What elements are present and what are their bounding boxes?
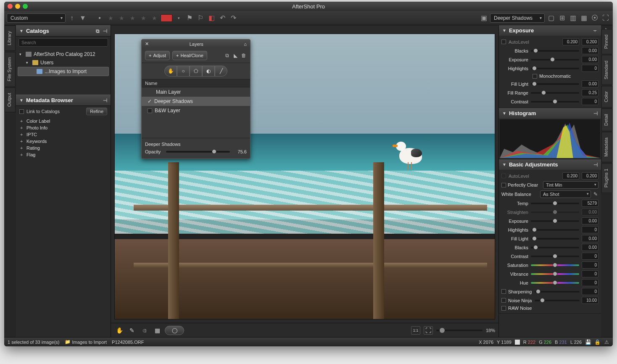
noise-val[interactable]: 10.00 bbox=[582, 297, 599, 304]
exposure-blacks-value[interactable]: 0.00 bbox=[582, 47, 599, 54]
status-save-icon[interactable]: 💾 bbox=[585, 339, 591, 345]
close-icon[interactable]: ✕ bbox=[145, 41, 149, 47]
heal-clone-button[interactable]: +Heal/Clone bbox=[172, 51, 207, 60]
grid-view-icon[interactable]: ⊞ bbox=[557, 13, 567, 23]
flag-pick-icon[interactable]: ⚑ bbox=[185, 13, 194, 23]
sharpening-checkbox[interactable] bbox=[501, 289, 506, 294]
exposure-highlights-slider[interactable] bbox=[531, 68, 579, 69]
metadata-header[interactable]: ▼ Metadata Browser ⊣ bbox=[16, 95, 111, 106]
catalog-images-folder[interactable]: ...Images to Import bbox=[18, 67, 109, 76]
crop-icon[interactable]: ⟃ bbox=[140, 326, 150, 335]
wb-select[interactable]: As Shot bbox=[540, 190, 591, 198]
basic-saturation-slider[interactable] bbox=[531, 264, 579, 266]
copy-icon[interactable]: ⧉ bbox=[95, 28, 100, 34]
meta-rating[interactable]: +Rating bbox=[16, 145, 111, 151]
opacity-slider[interactable] bbox=[166, 151, 230, 153]
basic-vibrance-slider[interactable] bbox=[531, 273, 579, 275]
exposure-fill range-value[interactable]: 0.25 bbox=[582, 89, 599, 96]
tab-plugins[interactable]: Plugins 1 bbox=[601, 163, 612, 193]
layers-trash-icon[interactable]: 🗑 bbox=[241, 53, 247, 58]
curve-tool-icon[interactable]: ◐ bbox=[202, 66, 215, 76]
basic-hue-slider[interactable] bbox=[531, 282, 579, 284]
layers-invert-icon[interactable]: ◣ bbox=[232, 53, 238, 58]
status-warn-icon[interactable]: ⚠ bbox=[604, 339, 609, 345]
layer-preset-select[interactable]: Deeper Shadows bbox=[490, 13, 545, 23]
preset-select[interactable]: Custom bbox=[7, 13, 66, 23]
basic-vibrance-value[interactable]: 0 bbox=[582, 270, 599, 277]
shape-tool-button[interactable]: ◯ bbox=[165, 326, 184, 335]
tab-color[interactable]: Color bbox=[601, 86, 612, 108]
circle-tool-icon[interactable]: ○ bbox=[177, 66, 190, 76]
pin-icon[interactable]: ⊣ bbox=[103, 28, 107, 34]
link-catalogs-checkbox[interactable] bbox=[19, 109, 24, 114]
catalog-search-input[interactable] bbox=[18, 38, 108, 47]
basic-straighten-value[interactable]: 0.00 bbox=[582, 208, 599, 216]
sharpening-slider[interactable] bbox=[535, 291, 580, 293]
undo-icon[interactable]: ↶ bbox=[218, 13, 227, 23]
tab-filesystem[interactable]: File System bbox=[5, 52, 16, 87]
color-label-red[interactable] bbox=[161, 14, 172, 22]
basic-blacks-slider[interactable] bbox=[531, 247, 579, 248]
wb-picker-icon[interactable]: ✎ bbox=[593, 191, 599, 197]
star-2-icon[interactable]: ★ bbox=[117, 13, 126, 23]
pin-icon[interactable]: ⫟ bbox=[593, 28, 598, 34]
sharpening-val[interactable]: 0 bbox=[582, 288, 599, 295]
basic-highlights-slider[interactable] bbox=[531, 229, 579, 231]
basic-temp-slider[interactable] bbox=[531, 203, 579, 204]
home-icon[interactable]: ⌂ bbox=[244, 42, 247, 47]
tag-icon[interactable]: ◧ bbox=[207, 13, 216, 23]
tab-library[interactable]: Library bbox=[5, 26, 16, 51]
layers-toggle-icon[interactable]: ▣ bbox=[479, 13, 488, 23]
perfectly-clear-checkbox[interactable] bbox=[501, 183, 506, 187]
flag-reject-icon[interactable]: ⚐ bbox=[196, 13, 205, 23]
dot-icon[interactable]: • bbox=[95, 13, 104, 23]
tab-standard[interactable]: Standard bbox=[601, 55, 612, 85]
noise-checkbox[interactable] bbox=[501, 298, 506, 303]
meta-flag[interactable]: +Flag bbox=[16, 151, 111, 158]
star-5-icon[interactable]: ★ bbox=[150, 13, 159, 23]
exposure-blacks-slider[interactable] bbox=[531, 50, 579, 52]
exposure-exposure-slider[interactable] bbox=[531, 59, 579, 61]
layer-bw[interactable]: B&W Layer bbox=[142, 106, 250, 115]
eyedropper-icon[interactable]: ✎ bbox=[127, 326, 137, 335]
tab-metadata[interactable]: Metadata bbox=[601, 132, 612, 162]
layer-main[interactable]: Main Layer bbox=[142, 87, 250, 97]
zoom-slider[interactable] bbox=[436, 330, 483, 331]
star-3-icon[interactable]: ★ bbox=[128, 13, 137, 23]
exposure-contrast-slider[interactable] bbox=[531, 101, 579, 103]
layers-panel[interactable]: ✕ Layers ⌂ +Adjust +Heal/Clone ⧉ ◣ 🗑 ✋ bbox=[141, 39, 250, 159]
catalog-root[interactable]: ▾AfterShot Pro Catalog 2012 bbox=[16, 50, 111, 58]
tab-detail[interactable]: Detail bbox=[601, 108, 612, 131]
basic-header[interactable]: ▼Basic Adjustments⊣ bbox=[499, 159, 601, 170]
layer-deeper-shadows[interactable]: ✓Deeper Shadows bbox=[142, 97, 250, 106]
autolevel-val-b[interactable]: 0.200 bbox=[582, 38, 599, 45]
image-canvas[interactable]: ✕ Layers ⌂ +Adjust +Heal/Clone ⧉ ◣ 🗑 ✋ bbox=[114, 34, 495, 319]
exposure-contrast-value[interactable]: 0 bbox=[582, 98, 599, 105]
loupe-icon[interactable]: ⦿ bbox=[590, 13, 599, 23]
basic-exposure-slider[interactable] bbox=[531, 220, 579, 222]
split-view-icon[interactable]: ▥ bbox=[568, 13, 577, 23]
pin-icon[interactable]: ⊣ bbox=[593, 111, 598, 116]
exposure-header[interactable]: ▼Exposure⫟ bbox=[499, 25, 601, 36]
basic-contrast-slider[interactable] bbox=[531, 256, 579, 257]
noise-slider[interactable] bbox=[535, 300, 580, 301]
basic-temp-value[interactable]: 5279 bbox=[582, 200, 599, 207]
status-lock-icon[interactable]: 🔒 bbox=[594, 339, 600, 345]
zoom-fit-button[interactable]: ⛶ bbox=[424, 326, 433, 335]
histogram-header[interactable]: ▼Histogram⊣ bbox=[499, 108, 601, 119]
meta-iptc[interactable]: +IPTC bbox=[16, 131, 111, 138]
meta-photoinfo[interactable]: +Photo Info bbox=[16, 124, 111, 131]
sort-asc-icon[interactable]: ↑ bbox=[67, 13, 76, 23]
hand-tool-icon[interactable]: ✋ bbox=[164, 66, 177, 76]
basic-contrast-value[interactable]: 0 bbox=[582, 253, 599, 260]
basic-auto-b[interactable]: 0.200 bbox=[582, 172, 599, 179]
basic-highlights-value[interactable]: 0 bbox=[582, 226, 599, 233]
image-view-icon[interactable]: ▦ bbox=[579, 13, 588, 23]
exposure-exposure-value[interactable]: 0.00 bbox=[582, 56, 599, 63]
basic-fill light-value[interactable]: 0.00 bbox=[582, 235, 599, 242]
exposure-fill light-value[interactable]: 0.00 bbox=[582, 80, 599, 87]
pin-icon[interactable]: ⊣ bbox=[593, 162, 598, 168]
basic-fill light-slider[interactable] bbox=[531, 238, 579, 240]
rawnoise-checkbox[interactable] bbox=[501, 306, 506, 311]
basic-exposure-value[interactable]: 0.00 bbox=[582, 217, 599, 224]
